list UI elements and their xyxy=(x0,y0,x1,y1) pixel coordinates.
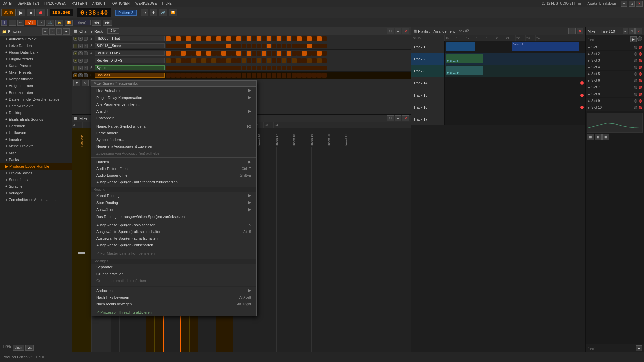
ctx-kanal-routing[interactable]: Kanal-Routing ▶ xyxy=(91,192,256,199)
pad[interactable] xyxy=(317,58,322,63)
pad[interactable] xyxy=(191,36,196,41)
pad[interactable] xyxy=(302,73,307,78)
fader-insert18[interactable] xyxy=(294,147,294,357)
pad[interactable] xyxy=(216,66,221,70)
pad[interactable] xyxy=(166,66,171,70)
bpm-display[interactable]: 100.000 xyxy=(50,9,73,16)
pad[interactable] xyxy=(317,51,322,56)
pad[interactable] xyxy=(241,36,246,41)
pad[interactable] xyxy=(292,73,297,78)
pad[interactable] xyxy=(191,73,196,78)
fader-insert19[interactable] xyxy=(311,147,312,357)
toolbar-icon-3[interactable]: 🔗 xyxy=(159,9,167,16)
pad[interactable] xyxy=(241,44,246,48)
fader-insert16[interactable] xyxy=(259,147,259,357)
toolbar-icon-2[interactable]: ⚙ xyxy=(150,9,157,16)
pad[interactable] xyxy=(181,58,186,63)
pad[interactable] xyxy=(171,66,176,70)
menu-hilfe[interactable]: HILFE xyxy=(161,1,173,6)
pad[interactable] xyxy=(176,44,181,48)
pad[interactable] xyxy=(247,51,251,56)
slot-dot-10[interactable] xyxy=(634,106,637,109)
pad[interactable] xyxy=(191,44,196,48)
ctx-alle-parameter[interactable]: Alle Parameter verlinken... xyxy=(91,101,256,108)
pad[interactable] xyxy=(252,66,256,70)
pad[interactable] xyxy=(297,51,302,56)
pad[interactable] xyxy=(181,44,186,48)
pad[interactable] xyxy=(196,51,201,56)
pad[interactable] xyxy=(272,66,276,70)
leer-field[interactable]: (leer) xyxy=(74,20,91,25)
sidebar-item-producer-loops[interactable]: ▶ Producer Loops Rumble xyxy=(0,163,72,170)
pad[interactable] xyxy=(287,44,291,48)
ch-name-5[interactable]: Sytrus xyxy=(95,65,165,70)
slot-item-6[interactable]: ▶ Slot 6 xyxy=(586,77,644,84)
pad[interactable] xyxy=(322,51,327,56)
pad[interactable] xyxy=(272,58,276,63)
slot-x-7[interactable] xyxy=(639,86,642,89)
pad[interactable] xyxy=(272,73,276,78)
pad[interactable] xyxy=(292,44,297,48)
pad[interactable] xyxy=(262,36,266,41)
pad[interactable] xyxy=(262,73,266,78)
pad[interactable] xyxy=(252,36,256,41)
pattern-block-4[interactable]: Pattern 4 xyxy=(446,54,483,63)
channel-rack-btn[interactable]: CH xyxy=(25,20,36,25)
pad[interactable] xyxy=(196,36,201,41)
pad[interactable] xyxy=(277,66,281,70)
pad[interactable] xyxy=(181,36,186,41)
pad[interactable] xyxy=(211,58,216,63)
pad[interactable] xyxy=(262,58,266,63)
pad[interactable] xyxy=(216,44,221,48)
slot-x-5[interactable] xyxy=(639,72,642,76)
ch-up-1[interactable]: ↑ xyxy=(84,37,88,41)
ctx-spur-standard[interactable]: Ausgewählte Spur(en) auf Standard zurück… xyxy=(91,179,256,185)
pad[interactable] xyxy=(277,36,281,41)
pad[interactable] xyxy=(236,66,241,70)
mixer-panel-close[interactable]: ✕ xyxy=(635,28,642,34)
ch-rack-foot-btn2[interactable]: ⚙ xyxy=(82,80,89,86)
sidebar-item-meine-projekte[interactable]: + Meine Projekte xyxy=(0,143,72,149)
ctx-andocken[interactable]: Andocken ▶ xyxy=(91,287,256,294)
ch-name-3[interactable]: Bd0168_Ft Kick xyxy=(95,51,165,56)
ch-mute-2[interactable]: • xyxy=(73,44,77,48)
pad[interactable] xyxy=(257,51,261,56)
ch-up-2[interactable]: ↑ xyxy=(84,44,88,48)
pad[interactable] xyxy=(171,36,176,41)
menu-ansicht[interactable]: ANSICHT xyxy=(91,1,108,6)
ch-rack-btn-2[interactable]: – xyxy=(395,28,401,34)
menu-optionen[interactable]: OPTIONEN xyxy=(111,1,131,6)
pad[interactable] xyxy=(307,51,312,56)
ctx-disk-aufnahme[interactable]: Disk-Aufnahme ▶ xyxy=(91,87,256,94)
track-content-14[interactable] xyxy=(445,77,585,89)
sidebar-btn-2[interactable]: ↑ xyxy=(49,28,55,35)
pad[interactable] xyxy=(171,73,176,78)
pad[interactable] xyxy=(287,51,291,56)
ctx-rechts-bewegen[interactable]: Nach rechts bewegen Alt+Right xyxy=(91,301,256,307)
slot-x-1[interactable] xyxy=(639,46,642,49)
pad[interactable] xyxy=(221,73,226,78)
menu-hinzufuegen[interactable]: HINZUFÜGEN xyxy=(43,1,68,6)
ch-name-1[interactable]: Hh0068__Hihat xyxy=(95,36,165,41)
ctx-separator-item[interactable]: Separator xyxy=(91,264,256,270)
ctx-name-farbe[interactable]: Name, Farbe, Symbol ändern. F2 xyxy=(91,123,256,130)
mixer-close[interactable]: ✕ xyxy=(402,115,409,121)
pad[interactable] xyxy=(277,51,281,56)
channel-rack-filter[interactable]: Alle xyxy=(107,28,119,34)
pad[interactable] xyxy=(267,58,271,63)
pad[interactable] xyxy=(216,36,221,41)
pad[interactable] xyxy=(186,51,191,56)
slot-item-3[interactable]: ▶ Slot 3 xyxy=(586,57,644,64)
pad[interactable] xyxy=(216,73,221,78)
pad[interactable] xyxy=(226,44,231,48)
pad[interactable] xyxy=(171,58,176,63)
slot-item-1[interactable]: ▶ Slot 1 xyxy=(586,44,644,51)
toolbar-icon-1[interactable]: ⟨⟩ xyxy=(141,9,148,16)
pad[interactable] xyxy=(191,58,196,63)
pad[interactable] xyxy=(241,73,246,78)
pad[interactable] xyxy=(322,36,327,41)
pad[interactable] xyxy=(312,51,317,56)
window-min-btn[interactable]: ─ xyxy=(621,1,627,7)
pad[interactable] xyxy=(297,73,302,78)
menu-pattern[interactable]: PATTERN xyxy=(70,1,88,6)
